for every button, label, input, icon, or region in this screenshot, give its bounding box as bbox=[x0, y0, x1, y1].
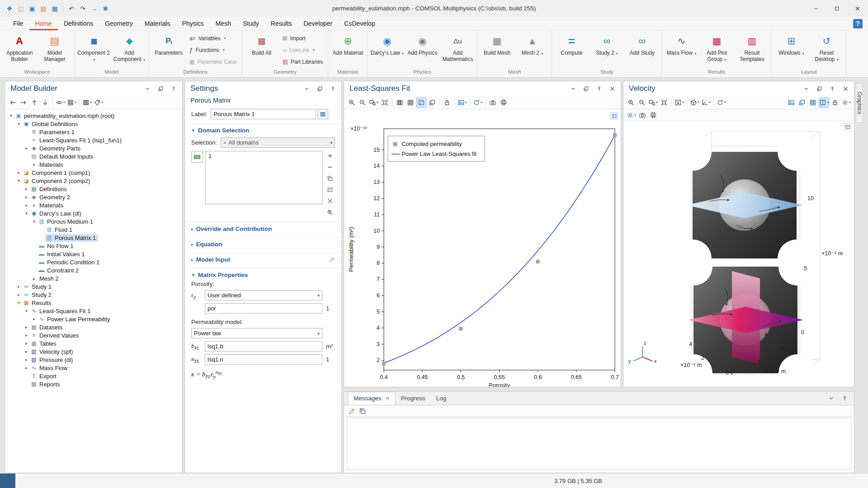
menu-item-developer[interactable]: Developer bbox=[298, 17, 339, 30]
ribbon-button-windows[interactable]: ⊞Windows ▾ bbox=[774, 32, 808, 68]
menu-item-physics[interactable]: Physics bbox=[176, 17, 210, 30]
tree-item-definitions[interactable]: ▸▤Definitions bbox=[5, 185, 182, 193]
float-icon[interactable] bbox=[814, 84, 824, 94]
menu-item-home[interactable]: Home bbox=[29, 17, 58, 30]
ribbon-button-application-builder[interactable]: AApplication Builder bbox=[2, 32, 37, 68]
ribbon-button-variables[interactable]: a=Variables▾ bbox=[189, 33, 237, 43]
open-icon[interactable]: ◱ bbox=[16, 3, 26, 14]
tree-settings-icon[interactable]: ▾ bbox=[66, 98, 77, 108]
chevron-down-icon[interactable] bbox=[142, 84, 152, 94]
tree-expander-icon[interactable]: ▸ bbox=[23, 187, 30, 191]
section-matrix-properties[interactable]: ▼ Matrix Properties bbox=[185, 268, 341, 281]
split-icon[interactable]: ▾ bbox=[819, 98, 829, 108]
tree-item-export[interactable]: ⇧Export bbox=[5, 372, 182, 380]
zoom-box-icon[interactable]: ▾ bbox=[368, 98, 379, 108]
grid-icon[interactable] bbox=[808, 98, 818, 108]
model-manager-icon[interactable]: ▤ bbox=[38, 3, 48, 14]
minimize-button[interactable] bbox=[806, 0, 826, 17]
tree-item-results[interactable]: ▾▦Results bbox=[5, 299, 182, 307]
ribbon-button-add-mathematics[interactable]: ΔuAdd Mathematics bbox=[440, 32, 475, 68]
tree-item-mesh-2[interactable]: ▲Mesh 2 bbox=[5, 274, 182, 282]
lock-icon[interactable] bbox=[830, 98, 840, 108]
tree-item-default-model-inputs[interactable]: ▤Default Model Inputs bbox=[5, 152, 182, 160]
section-domain-selection[interactable]: ▼ Domain Selection bbox=[185, 124, 341, 136]
messages-content[interactable] bbox=[347, 417, 851, 470]
tree-item-global-definitions[interactable]: ▾◉Global Definitions bbox=[5, 120, 182, 128]
close-button[interactable] bbox=[847, 0, 868, 17]
selection-list[interactable]: 1 bbox=[205, 151, 323, 204]
tree-expander-icon[interactable]: ▾ bbox=[23, 211, 30, 216]
tree-item-materials[interactable]: ●Materials bbox=[5, 160, 182, 169]
tab-log[interactable]: Log bbox=[431, 392, 452, 405]
section-override-and-contribution[interactable]: ▸Override and Contribution bbox=[185, 222, 341, 235]
clear-selection-icon[interactable] bbox=[325, 196, 335, 206]
tree-item-tables[interactable]: ▸▦Tables bbox=[5, 339, 182, 347]
tree-item-component-1-comp1[interactable]: ▸◪Component 1 (comp1) bbox=[5, 169, 182, 177]
tree-expander-icon[interactable]: ▸ bbox=[23, 366, 30, 370]
menu-item-materials[interactable]: Materials bbox=[139, 17, 176, 30]
tree-expander-icon[interactable]: ▾ bbox=[15, 122, 22, 126]
tree-item-velocity-spf[interactable]: ▸▧Velocity (spf) bbox=[5, 347, 182, 356]
tree-item-derived-values[interactable]: ▸≡Derived Values bbox=[5, 331, 182, 339]
tree-item-periodic-condition-1[interactable]: ▬Periodic Condition 1 bbox=[5, 258, 182, 266]
camera-icon[interactable] bbox=[637, 110, 647, 120]
tree-expander-icon[interactable]: ▸ bbox=[23, 333, 30, 338]
ribbon-button-import[interactable]: ⊞Import bbox=[283, 33, 323, 43]
pin-icon[interactable] bbox=[827, 84, 837, 94]
ribbon-button-model-manager[interactable]: ▤Model Manager bbox=[38, 32, 72, 68]
float-icon[interactable] bbox=[581, 84, 591, 94]
refresh-icon[interactable]: ▾ bbox=[716, 98, 726, 108]
tree-expander-icon[interactable]: ▾ bbox=[8, 113, 14, 118]
add-selection-icon[interactable] bbox=[325, 151, 335, 161]
tree-expander-icon[interactable]: ▸ bbox=[15, 292, 22, 297]
zoom-extents-icon[interactable] bbox=[659, 98, 669, 108]
tree-item-datasets[interactable]: ▸▦Datasets bbox=[5, 323, 182, 331]
copy-selection-icon[interactable] bbox=[325, 174, 335, 183]
zoom-to-selection-icon[interactable] bbox=[325, 207, 335, 217]
redo-icon[interactable]: ↷ bbox=[78, 3, 88, 14]
tree-expander-icon[interactable]: ▸ bbox=[23, 349, 30, 354]
tree-item-geometry-2[interactable]: ▸◆Geometry 2 bbox=[5, 193, 182, 201]
print-icon[interactable] bbox=[499, 98, 509, 108]
help-icon[interactable]: ? bbox=[853, 19, 863, 28]
view-angle2-icon[interactable]: ▾ bbox=[701, 98, 711, 108]
ribbon-button-result-templates[interactable]: ▥Result Templates bbox=[735, 32, 769, 68]
lock-icon[interactable] bbox=[442, 98, 452, 108]
tree-expander-icon[interactable]: ▸ bbox=[23, 203, 30, 207]
tree-item-pressure-dl[interactable]: ▸▧Pressure (dl) bbox=[5, 356, 182, 364]
zoom-in-icon[interactable] bbox=[626, 98, 636, 108]
tree-item-power-law-permeability[interactable]: ▸∿Power Law Permeability bbox=[5, 315, 182, 323]
camera-icon[interactable] bbox=[488, 98, 498, 108]
tree-expander-icon[interactable]: ▾ bbox=[15, 178, 22, 183]
pin-icon[interactable] bbox=[840, 394, 849, 404]
b-value-input[interactable] bbox=[205, 341, 322, 352]
lsf-canvas[interactable]: 0.40.450.50.550.60.650.72345678910111213… bbox=[344, 109, 621, 387]
ribbon-button-build-all[interactable]: ▩Build All bbox=[245, 32, 279, 68]
tree-expander-icon[interactable]: ▸ bbox=[23, 146, 30, 150]
selection-list-item[interactable]: 1 bbox=[208, 153, 320, 160]
tree-item-mass-flow[interactable]: ▸∿Mass Flow bbox=[5, 364, 182, 372]
legend-icon[interactable] bbox=[416, 98, 426, 108]
tree-expander-icon[interactable]: ▸ bbox=[23, 325, 30, 329]
menu-item-file[interactable]: File bbox=[7, 17, 29, 30]
ribbon-button-compute[interactable]: =Compute bbox=[554, 32, 589, 68]
float-icon[interactable] bbox=[797, 98, 807, 108]
ribbon-button-livelink[interactable]: ∞LiveLink▾ bbox=[283, 45, 323, 55]
settings-icon[interactable]: ✱ bbox=[100, 3, 110, 14]
grid-icon[interactable] bbox=[406, 98, 415, 108]
image-icon[interactable]: ▾ bbox=[457, 98, 467, 108]
view-angle-icon[interactable]: ▾ bbox=[689, 98, 700, 108]
ribbon-button-reset-desktop[interactable]: ↺Reset Desktop ▾ bbox=[809, 32, 844, 68]
ribbon-button-add-plot-group[interactable]: ▦Add Plot Group ▾ bbox=[699, 32, 734, 68]
tree-item-geometry-parts[interactable]: ▸◆Geometry Parts bbox=[5, 144, 182, 152]
ribbon-button-study-2[interactable]: ∞Study 2 ▾ bbox=[590, 32, 624, 68]
tree-expander-icon[interactable]: ▸ bbox=[23, 195, 30, 199]
pin-icon[interactable] bbox=[594, 84, 604, 94]
chevron-down-icon[interactable] bbox=[302, 84, 311, 94]
tree-expander-icon[interactable]: ▸ bbox=[15, 170, 22, 175]
close-icon[interactable] bbox=[607, 84, 617, 94]
gear-icon[interactable]: ▾ bbox=[841, 98, 851, 108]
tree-item-materials[interactable]: ▸●Materials bbox=[5, 201, 182, 209]
tree-expander-icon[interactable]: ▾ bbox=[15, 300, 22, 305]
ribbon-button-add-material[interactable]: ⊕Add Material bbox=[330, 32, 365, 68]
